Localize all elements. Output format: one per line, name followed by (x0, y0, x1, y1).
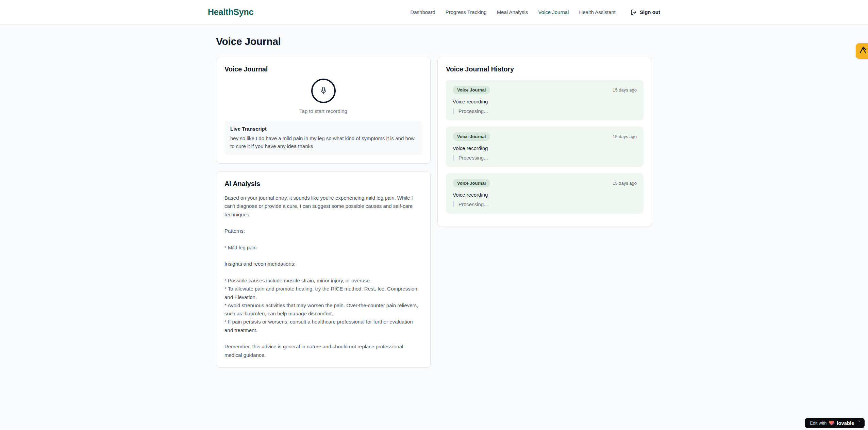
history-entry[interactable]: Voice Journal 15 days ago Voice recordin… (446, 173, 644, 214)
edit-badge-brand: lovable (837, 420, 854, 426)
nav-item-meal-analysis[interactable]: Meal Analysis (497, 9, 528, 15)
live-transcript-box: Live Transcript hey so like I do have a … (224, 121, 422, 155)
entry-type-badge: Voice Journal (453, 86, 490, 94)
voice-journal-history-card: Voice Journal History Voice Journal 15 d… (437, 57, 652, 227)
live-transcript-text: hey so like I do have a mild pain in my … (230, 135, 416, 150)
nav-item-voice-journal[interactable]: Voice Journal (538, 9, 569, 15)
entry-timestamp: 15 days ago (613, 181, 637, 186)
entry-title: Voice recording (453, 99, 637, 104)
history-entry[interactable]: Voice Journal 15 days ago Voice recordin… (446, 80, 644, 120)
sign-out-button[interactable]: Sign out (631, 9, 660, 15)
entry-type-badge: Voice Journal (453, 132, 490, 141)
main-content: Voice Journal Voice Journal (216, 24, 652, 368)
nav-item-health-assistant[interactable]: Health Assistant (579, 9, 616, 15)
ai-analysis-title: AI Analysis (224, 180, 422, 188)
voice-recorder-card: Voice Journal Tap to start recording (216, 57, 431, 164)
side-toolbar-badge[interactable] (856, 43, 868, 59)
entry-timestamp: 15 days ago (613, 134, 637, 139)
entry-status: Processing... (453, 201, 637, 207)
edit-badge-close-icon[interactable]: × (858, 419, 861, 423)
microphone-icon (319, 86, 328, 96)
log-out-icon (631, 9, 637, 15)
entry-status: Processing... (453, 108, 637, 114)
top-navbar: HealthSync Dashboard Progress Tracking M… (0, 0, 868, 24)
ai-analysis-card: AI Analysis Based on your journal entry,… (216, 171, 431, 368)
nav-item-progress-tracking[interactable]: Progress Tracking (446, 9, 487, 15)
entry-title: Voice recording (453, 145, 637, 151)
main-nav: Dashboard Progress Tracking Meal Analysi… (410, 9, 660, 15)
sign-out-label: Sign out (640, 9, 660, 15)
side-badge-logo-icon (858, 46, 867, 56)
record-button[interactable] (311, 79, 336, 103)
edit-badge-prefix: Edit with (810, 420, 827, 426)
left-column: Voice Journal Tap to start recording (216, 57, 431, 368)
history-entry[interactable]: Voice Journal 15 days ago Voice recordin… (446, 127, 644, 167)
history-list: Voice Journal 15 days ago Voice recordin… (446, 80, 644, 214)
edit-with-lovable-badge[interactable]: Edit with lovable × (805, 418, 865, 428)
history-card-title: Voice Journal History (446, 65, 644, 73)
page-title: Voice Journal (216, 24, 652, 57)
entry-type-badge: Voice Journal (453, 179, 490, 187)
ai-analysis-body: Based on your journal entry, it sounds l… (224, 194, 422, 359)
gradient-heart-icon (829, 420, 834, 426)
entry-status: Processing... (453, 155, 637, 161)
entry-timestamp: 15 days ago (613, 87, 637, 93)
right-column: Voice Journal History Voice Journal 15 d… (437, 57, 652, 227)
tap-to-record-hint: Tap to start recording (299, 108, 347, 114)
nav-item-dashboard[interactable]: Dashboard (410, 9, 435, 15)
recorder-card-title: Voice Journal (224, 65, 422, 73)
entry-title: Voice recording (453, 192, 637, 198)
app-logo[interactable]: HealthSync (208, 7, 253, 17)
live-transcript-title: Live Transcript (230, 126, 416, 132)
